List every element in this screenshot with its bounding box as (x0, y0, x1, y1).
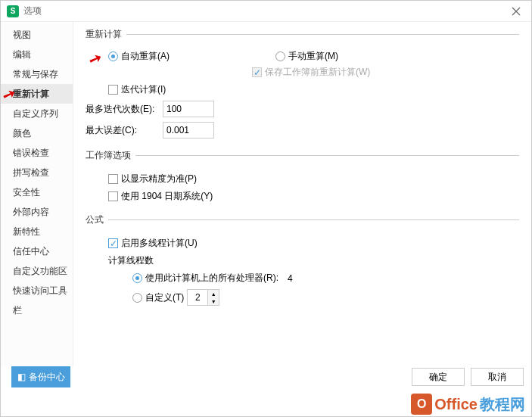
footer: ◧ 备份中心 确定 取消 (1, 366, 531, 387)
sidebar-item-label: 外部内容 (13, 207, 49, 217)
watermark-text: 教程网 (480, 394, 525, 415)
checkbox-icon: ✓ (108, 238, 118, 248)
checkbox-icon (108, 174, 118, 184)
radio-label: 自动重算(A) (121, 50, 170, 63)
max-iter-label: 最多迭代次数(E): (86, 103, 158, 116)
checkbox-label: 使用 1904 日期系统(Y) (121, 190, 213, 203)
backup-icon: ◧ (17, 372, 26, 382)
radio-custom-threads[interactable]: 自定义(T) ▲ ▼ (132, 289, 519, 306)
group-formula: 公式 ✓ 启用多线程计算(U) 计算线程数 使用此计算机上的所有处理器(R): … (86, 213, 519, 310)
max-iter-input[interactable] (163, 101, 214, 117)
group-recalc: 重新计算 自动重算(A) 手动重算(M) ✓ 保存工作簿前重新计算(W) 迭代计… (86, 28, 519, 143)
checkbox-label: 保存工作簿前重新计算(W) (265, 66, 370, 79)
backup-label: 备份中心 (29, 371, 65, 384)
sidebar: 视图 编辑 常规与保存 重新计算 自定义序列 颜色 错误检查 拼写检查 安全性 … (1, 22, 73, 366)
radio-icon (132, 293, 142, 303)
sidebar-item-security[interactable]: 安全性 (1, 182, 73, 202)
sidebar-item-general[interactable]: 常规与保存 (1, 64, 73, 84)
watermark: O Office教程网 (411, 394, 525, 415)
threads-label: 计算线程数 (108, 254, 519, 267)
custom-threads-input[interactable] (187, 289, 208, 306)
sidebar-item-trust[interactable]: 信任中心 (1, 241, 73, 261)
close-button[interactable] (507, 2, 525, 20)
title-bar: S 选项 (1, 1, 531, 22)
max-change-label: 最大误差(C): (86, 124, 158, 137)
max-change-input[interactable] (163, 122, 214, 138)
radio-icon (275, 51, 285, 61)
watermark-text: Office (434, 396, 478, 413)
sidebar-item-label: 自定义序列 (13, 108, 58, 119)
radio-all-processors[interactable]: 使用此计算机上的所有处理器(R): 4 (132, 272, 519, 285)
checkbox-label: 迭代计算(I) (121, 83, 166, 96)
sidebar-item-custom-list[interactable]: 自定义序列 (1, 104, 73, 123)
sidebar-item-ribbon[interactable]: 自定义功能区 (1, 261, 73, 281)
sidebar-item-color[interactable]: 颜色 (1, 123, 73, 143)
radio-label: 手动重算(M) (288, 50, 338, 63)
group-title: 公式 (86, 213, 108, 226)
sidebar-item-qat[interactable]: 快速访问工具栏 (1, 281, 73, 300)
app-icon: S (7, 5, 19, 17)
sidebar-item-label: 拼写检查 (13, 167, 49, 178)
group-title: 重新计算 (86, 28, 126, 41)
checkbox-label: 以显示精度为准(P) (121, 173, 197, 185)
sidebar-item-external[interactable]: 外部内容 (1, 202, 73, 222)
spinner-up[interactable]: ▲ (208, 290, 219, 297)
group-workbook: 工作簿选项 以显示精度为准(P) 使用 1904 日期系统(Y) (86, 149, 519, 207)
cancel-button[interactable]: 取消 (471, 368, 524, 386)
checkbox-precision[interactable]: 以显示精度为准(P) (108, 173, 519, 185)
custom-threads-spinner[interactable]: ▲ ▼ (187, 289, 219, 306)
sidebar-item-error-check[interactable]: 错误检查 (1, 143, 73, 163)
sidebar-item-label: 快速访问工具栏 (13, 285, 67, 316)
sidebar-item-label: 信任中心 (13, 246, 49, 257)
main-panel: 重新计算 自动重算(A) 手动重算(M) ✓ 保存工作簿前重新计算(W) 迭代计… (73, 22, 531, 366)
checkbox-icon (108, 191, 118, 201)
radio-icon (108, 51, 118, 61)
radio-manual-recalc[interactable]: 手动重算(M) (275, 50, 338, 63)
watermark-icon: O (411, 394, 432, 415)
close-icon (512, 7, 521, 16)
sidebar-item-label: 安全性 (13, 187, 40, 198)
radio-auto-recalc[interactable]: 自动重算(A) (108, 50, 170, 63)
sidebar-item-spell-check[interactable]: 拼写检查 (1, 163, 73, 182)
sidebar-item-label: 编辑 (13, 49, 31, 60)
sidebar-item-label: 视图 (13, 30, 31, 40)
window-title: 选项 (23, 5, 42, 17)
group-title: 工作簿选项 (86, 149, 135, 162)
sidebar-item-label: 错误检查 (13, 148, 49, 158)
checkbox-iterate[interactable]: 迭代计算(I) (108, 83, 519, 96)
sidebar-item-label: 颜色 (13, 128, 31, 138)
radio-label: 自定义(T) (145, 291, 184, 304)
radio-label: 使用此计算机上的所有处理器(R): (145, 272, 278, 285)
checkbox-save-before-recalc: ✓ 保存工作簿前重新计算(W) (252, 66, 519, 79)
sidebar-item-features[interactable]: 新特性 (1, 222, 73, 241)
backup-center-button[interactable]: ◧ 备份中心 (11, 366, 70, 387)
radio-icon (132, 273, 142, 283)
checkbox-icon (108, 85, 118, 95)
sidebar-item-label: 自定义功能区 (13, 266, 67, 276)
processor-count: 4 (288, 273, 293, 284)
sidebar-item-label: 重新计算 (13, 89, 49, 99)
checkbox-multithread[interactable]: ✓ 启用多线程计算(U) (108, 237, 519, 250)
sidebar-item-label: 新特性 (13, 226, 40, 237)
sidebar-item-label: 常规与保存 (13, 69, 58, 79)
checkbox-date1904[interactable]: 使用 1904 日期系统(Y) (108, 190, 519, 203)
ok-button[interactable]: 确定 (412, 368, 465, 386)
checkbox-icon: ✓ (252, 67, 262, 77)
sidebar-item-view[interactable]: 视图 (1, 25, 73, 45)
sidebar-item-edit[interactable]: 编辑 (1, 45, 73, 64)
spinner-down[interactable]: ▼ (208, 297, 219, 305)
checkbox-label: 启用多线程计算(U) (121, 237, 198, 250)
